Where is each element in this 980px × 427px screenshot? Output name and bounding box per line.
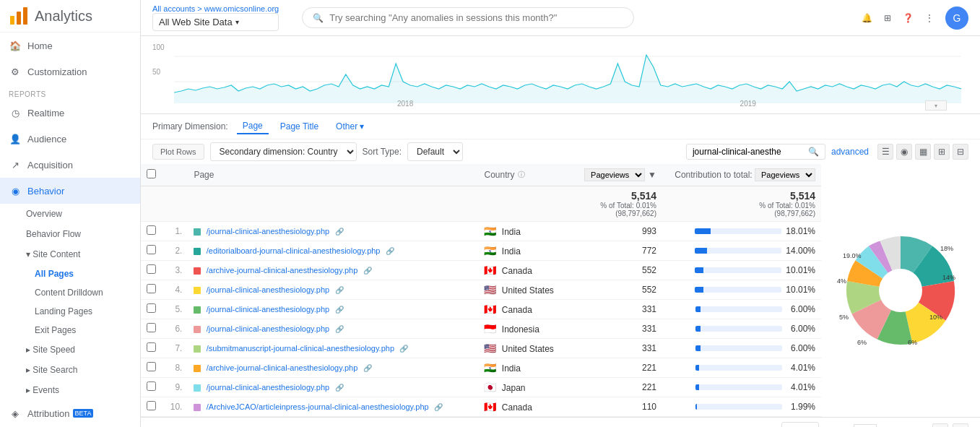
chart-scroll-btn[interactable]: ▾ [925, 100, 947, 111]
contrib-bar-4 [695, 306, 701, 312]
th-country[interactable]: Country ⓘ [478, 164, 568, 186]
row-checkbox-1[interactable] [141, 241, 162, 261]
plot-rows-button[interactable]: Plot Rows [152, 144, 204, 160]
search-input[interactable] [329, 12, 623, 23]
row-page-link-9[interactable]: /ArchiveJCAO/articleinpress-journal-clin… [207, 402, 429, 411]
row-checkbox-5[interactable] [141, 319, 162, 339]
sidebar-subitem-overview[interactable]: Overview [0, 204, 140, 224]
sidebar-subitem-events[interactable]: ▸ Events [0, 380, 140, 400]
row-open-icon-5[interactable]: 🔗 [335, 325, 344, 333]
row-page-0[interactable]: /journal-clinical-anesthesiology.php 🔗 [188, 222, 478, 241]
pageviews-select[interactable]: Pageviews [584, 168, 645, 181]
row-page-link-8[interactable]: /journal-clinical-anesthesiology.php [207, 383, 329, 392]
search-filter-input[interactable] [693, 147, 808, 157]
help-icon[interactable]: ❓ [903, 13, 914, 23]
sidebar-subitem-site-search[interactable]: ▸ Site Search [0, 360, 140, 380]
pie-view-btn[interactable]: ◉ [896, 144, 912, 160]
row-page-link-0[interactable]: /journal-clinical-anesthesiology.php [207, 227, 329, 236]
row-checkbox-9[interactable] [141, 397, 162, 417]
row-page-link-1[interactable]: /editorialboard-journal-clinical-anesthe… [207, 246, 381, 255]
sidebar-subitem-exit-pages[interactable]: Exit Pages [0, 321, 140, 340]
sidebar-home-label: Home [27, 40, 53, 51]
select-all-checkbox[interactable] [147, 169, 156, 178]
pivot-view-btn[interactable]: ⊟ [953, 144, 968, 160]
dim-page-button[interactable]: Page [237, 118, 269, 134]
sidebar-item-home[interactable]: 🏠 Home [0, 33, 140, 59]
sidebar-subitem-landing-pages[interactable]: Landing Pages [0, 302, 140, 321]
row-page-6[interactable]: /submitmanuscript-journal-clinical-anest… [188, 339, 478, 358]
avatar[interactable]: G [945, 7, 968, 30]
row-page-link-2[interactable]: /archive-journal-clinical-anesthesiology… [207, 266, 358, 275]
row-page-link-4[interactable]: /journal-clinical-anesthesiology.php [207, 305, 329, 314]
row-checkbox-2[interactable] [141, 261, 162, 280]
row-flag-8: 🇯🇵 [484, 381, 496, 393]
row-page-4[interactable]: /journal-clinical-anesthesiology.php 🔗 [188, 300, 478, 319]
row-page-7[interactable]: /archive-journal-clinical-anesthesiology… [188, 358, 478, 378]
dim-other-button[interactable]: Other ▾ [330, 119, 370, 134]
sidebar-subitem-content-drilldown[interactable]: Content Drilldown [0, 283, 140, 302]
show-rows-select[interactable]: 10 [781, 422, 819, 427]
row-page-link-6[interactable]: /submitmanuscript-journal-clinical-anest… [207, 344, 394, 353]
row-checkbox-4[interactable] [141, 300, 162, 319]
search-box[interactable]: 🔍 [302, 7, 634, 28]
sidebar-site-speed-label: ▸ Site Speed [26, 345, 75, 355]
row-country-2: 🇨🇦 Canada [478, 261, 568, 280]
row-open-icon-3[interactable]: 🔗 [335, 286, 344, 294]
sidebar-item-attribution[interactable]: ◈ Attribution BETA [0, 400, 140, 426]
row-checkbox-0[interactable] [141, 222, 162, 241]
row-checkbox-3[interactable] [141, 280, 162, 300]
sidebar-subitem-all-pages[interactable]: All Pages [0, 264, 140, 283]
row-page-2[interactable]: /archive-journal-clinical-anesthesiology… [188, 261, 478, 280]
apps-icon[interactable]: ⊞ [884, 13, 891, 23]
search-filter-icon[interactable]: 🔍 [808, 147, 819, 157]
row-page-8[interactable]: /journal-clinical-anesthesiology.php 🔗 [188, 378, 478, 397]
sidebar-subitem-site-content[interactable]: ▾ Site Content [0, 244, 140, 264]
primary-dim-label: Primary Dimension: [152, 121, 228, 131]
prev-page-button[interactable]: ‹ [932, 423, 948, 427]
search-filter-box[interactable]: 🔍 [686, 144, 825, 160]
row-open-icon-2[interactable]: 🔗 [363, 267, 372, 275]
advanced-button[interactable]: advanced [831, 147, 869, 157]
compare-view-btn[interactable]: ⊞ [934, 144, 950, 160]
bar-view-btn[interactable]: ▦ [915, 144, 931, 160]
data-view-btn[interactable]: ☰ [877, 144, 893, 160]
sidebar-item-acquisition[interactable]: ↗ Acquisition [0, 152, 140, 178]
contribution-select[interactable]: Pageviews [755, 168, 815, 181]
th-page[interactable]: Page [188, 164, 478, 186]
row-page-5[interactable]: /journal-clinical-anesthesiology.php 🔗 [188, 319, 478, 339]
secondary-dimension-select[interactable]: Secondary dimension: Country [210, 142, 357, 161]
row-open-icon-4[interactable]: 🔗 [335, 306, 344, 314]
row-page-link-5[interactable]: /journal-clinical-anesthesiology.php [207, 324, 329, 333]
row-page-link-7[interactable]: /archive-journal-clinical-anesthesiology… [207, 363, 358, 372]
sidebar-subitem-behavior-flow[interactable]: Behavior Flow [0, 224, 140, 244]
property-selector[interactable]: All Web Site Data ▾ [152, 13, 279, 31]
row-open-icon-6[interactable]: 🔗 [399, 345, 408, 353]
row-page-link-3[interactable]: /journal-clinical-anesthesiology.php [207, 285, 329, 294]
sidebar-item-audience[interactable]: 👤 Audience [0, 126, 140, 152]
bell-icon[interactable]: 🔔 [862, 13, 872, 23]
row-open-icon-1[interactable]: 🔗 [386, 247, 394, 255]
next-page-button[interactable]: › [953, 423, 968, 427]
row-checkbox-7[interactable] [141, 358, 162, 378]
row-open-icon-9[interactable]: 🔗 [434, 403, 443, 411]
row-open-icon-7[interactable]: 🔗 [363, 364, 372, 372]
dim-page-title-button[interactable]: Page Title [274, 119, 324, 134]
row-open-icon-8[interactable]: 🔗 [335, 384, 344, 392]
row-page-1[interactable]: /editorialboard-journal-clinical-anesthe… [188, 241, 478, 261]
more-icon[interactable]: ⋮ [925, 13, 934, 23]
row-open-icon-0[interactable]: 🔗 [335, 228, 344, 236]
goto-input[interactable] [854, 424, 877, 427]
row-pageviews-5: 331 [569, 319, 662, 339]
row-checkbox-6[interactable] [141, 339, 162, 358]
sidebar-item-customization[interactable]: ⚙ Customization [0, 59, 140, 85]
sidebar-item-behavior[interactable]: ◉ Behavior [0, 178, 140, 204]
row-checkbox-8[interactable] [141, 378, 162, 397]
row-flag-0: 🇮🇳 [484, 225, 496, 237]
sidebar-subitem-site-speed[interactable]: ▸ Site Speed [0, 340, 140, 360]
sort-type-select[interactable]: Default [407, 142, 463, 161]
row-page-3[interactable]: /journal-clinical-anesthesiology.php 🔗 [188, 280, 478, 300]
sidebar-item-realtime[interactable]: ◷ Realtime [0, 100, 140, 126]
th-pageviews[interactable]: Pageviews ▼ [569, 164, 662, 186]
row-page-9[interactable]: /ArchiveJCAO/articleinpress-journal-clin… [188, 397, 478, 417]
analytics-logo-icon [9, 6, 29, 26]
